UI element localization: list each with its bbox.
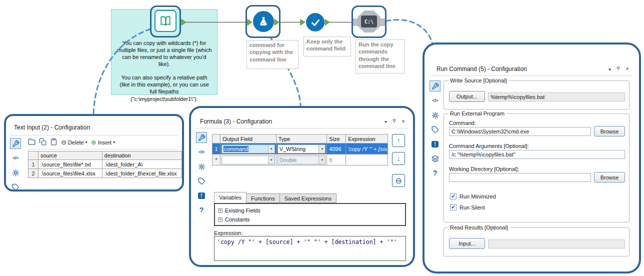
code-icon[interactable]: </> (196, 146, 207, 158)
chevron-down-icon[interactable]: ▾ (318, 145, 325, 153)
row-number[interactable]: 2 (28, 169, 38, 178)
code-icon[interactable]: </> (10, 152, 21, 164)
close-button[interactable]: × (626, 66, 629, 72)
tag-icon[interactable] (196, 176, 207, 186)
size-cell[interactable]: 4096 (327, 144, 346, 154)
chevron-down-icon[interactable]: ▾ (268, 156, 274, 164)
type-combo[interactable]: Double ▾ (278, 156, 326, 164)
select-annotation[interactable]: Keep only the command field (304, 36, 351, 56)
run-external-program-group: Run External Program Command: C:\Windows… (444, 114, 630, 222)
code-icon[interactable]: </> (430, 95, 440, 106)
text-input-config-panel: Text Input (2) - Configuration </> (4, 114, 184, 192)
command-arguments-input[interactable]: /c "%temp%\copyfiles.bat" (449, 150, 625, 159)
collapse-button[interactable]: ▾ (608, 66, 611, 72)
tree-expand-icon[interactable]: + (218, 218, 222, 222)
delete-label: Delete (68, 140, 84, 146)
working-directory-input[interactable] (449, 173, 591, 182)
input-button[interactable]: Input... (449, 238, 485, 249)
column-header-expression[interactable]: Expression (346, 134, 388, 144)
exclamation-icon[interactable]: ! (196, 190, 207, 201)
question-icon[interactable]: ? (430, 168, 440, 178)
move-row-up-button[interactable]: ↑ (392, 134, 405, 147)
up-arrow-icon: ↑ (397, 136, 400, 144)
formula-tool[interactable] (253, 11, 274, 32)
wrench-icon[interactable] (430, 80, 440, 92)
input-anchor-icon[interactable] (300, 20, 305, 26)
write-source-path-field[interactable]: %temp%\copyfiles.bat (488, 92, 625, 102)
run-command-annotation[interactable]: Run the copy commands through the comman… (356, 40, 405, 74)
pin-button[interactable] (616, 66, 621, 72)
output-field-combo[interactable]: command ▾ (222, 144, 275, 154)
output-anchor-icon[interactable] (325, 20, 330, 26)
run-minimized-checkbox[interactable]: ✔ Run Minimized (450, 193, 496, 200)
gear-icon[interactable] (430, 110, 440, 120)
column-header-output-field[interactable]: Output Field (220, 134, 276, 144)
tree-item-constants[interactable]: + Constants (218, 215, 402, 224)
type-combo[interactable]: V_WString ▾ (278, 144, 326, 154)
output-button[interactable]: Output... (449, 91, 485, 102)
column-header-source[interactable]: source (38, 152, 102, 160)
layers-icon[interactable] (430, 153, 440, 164)
chevron-down-icon[interactable]: ▾ (318, 156, 325, 164)
cell-destination[interactable]: .\dest_folder_B\excel_file.xlsx (102, 169, 182, 178)
pin-button[interactable] (392, 118, 397, 125)
move-row-down-button[interactable]: ↓ (392, 152, 405, 165)
gear-icon[interactable] (10, 167, 21, 178)
read-results-path-field[interactable] (488, 240, 625, 248)
checkbox-checked-icon[interactable]: ✔ (450, 193, 456, 200)
expression-cell[interactable] (346, 154, 388, 166)
formula-annotation[interactable]: command for copying with the command lin… (246, 40, 298, 69)
run-command-tool[interactable]: C:\ (358, 10, 380, 32)
tab-functions[interactable]: Functions (246, 194, 280, 203)
exclamation-icon[interactable]: ! (430, 138, 440, 150)
checkbox-checked-icon[interactable]: ✔ (450, 204, 456, 210)
tag-icon[interactable] (10, 182, 21, 192)
type-cell: V_WString ▾ (276, 144, 328, 154)
paste-icon[interactable] (50, 138, 58, 146)
window-controls: ▾ × (608, 66, 629, 72)
import-folder-icon[interactable] (28, 138, 36, 146)
wrench-icon[interactable] (196, 132, 207, 143)
size-cell[interactable]: 8 (327, 154, 346, 166)
row-number[interactable]: 1 (212, 144, 220, 154)
cell-destination[interactable]: .\dest_folder_A\ (102, 160, 182, 169)
output-anchor-icon[interactable] (182, 20, 186, 26)
working-directory-label: Working Directory [Optional]: (449, 166, 519, 172)
column-header-type[interactable]: Type (276, 134, 328, 144)
tree-expand-icon[interactable]: + (218, 208, 222, 213)
cell-source[interactable]: .\source_files\file*.txt (38, 160, 102, 169)
close-button[interactable]: × (402, 118, 405, 125)
chevron-down-icon[interactable]: ▾ (268, 145, 274, 153)
copy-icon[interactable] (39, 138, 46, 146)
command-input[interactable]: C:\Windows\System32\cmd.exe (449, 127, 591, 136)
expression-cell[interactable]: 'copy /Y "' + [sou... (346, 144, 388, 154)
question-icon[interactable]: ? (196, 204, 207, 216)
tab-variables[interactable]: Variables (214, 192, 246, 203)
output-field-combo[interactable]: ▾ (222, 156, 275, 164)
tab-saved-expressions[interactable]: Saved Expressions (280, 194, 336, 203)
wrench-icon[interactable] (10, 138, 21, 149)
down-arrow-icon: ↓ (397, 154, 400, 162)
cell-source[interactable]: .\source_files\file4.xlsx (38, 169, 102, 178)
expression-helper-tabs: Variables Functions Saved Expressions (214, 192, 336, 203)
gear-icon[interactable] (196, 161, 207, 172)
browse-command-button[interactable]: Browse (594, 126, 625, 136)
minus-circle-icon: ⊖ (395, 176, 402, 186)
delete-button[interactable]: ⊖ Delete ▾ (61, 139, 88, 146)
collapse-button[interactable]: ▾ (384, 119, 387, 124)
column-header-destination[interactable]: destination (102, 152, 182, 160)
expression-editor[interactable]: 'copy /Y "' + [source] + '" "' + [destin… (214, 236, 406, 261)
run-silent-checkbox[interactable]: ✔ Run Silent (450, 204, 485, 210)
panel-title: Text Input (2) - Configuration (14, 124, 90, 131)
insert-button[interactable]: ⊕ Insert ▾ (91, 139, 115, 146)
text-input-tool[interactable] (154, 10, 176, 32)
remove-row-button[interactable]: ⊖ (392, 174, 405, 187)
select-tool[interactable] (306, 13, 324, 32)
formula-output-grid: Output Field Type Size Expression 1 comm… (212, 134, 388, 166)
tree-item-existing-fields[interactable]: + Existing Fields (218, 206, 402, 215)
row-number[interactable]: * (212, 154, 220, 166)
row-number[interactable]: 1 (28, 160, 38, 169)
tag-icon[interactable] (430, 124, 440, 135)
column-header-size[interactable]: Size (327, 134, 346, 144)
browse-working-directory-button[interactable]: Browse (594, 172, 625, 182)
